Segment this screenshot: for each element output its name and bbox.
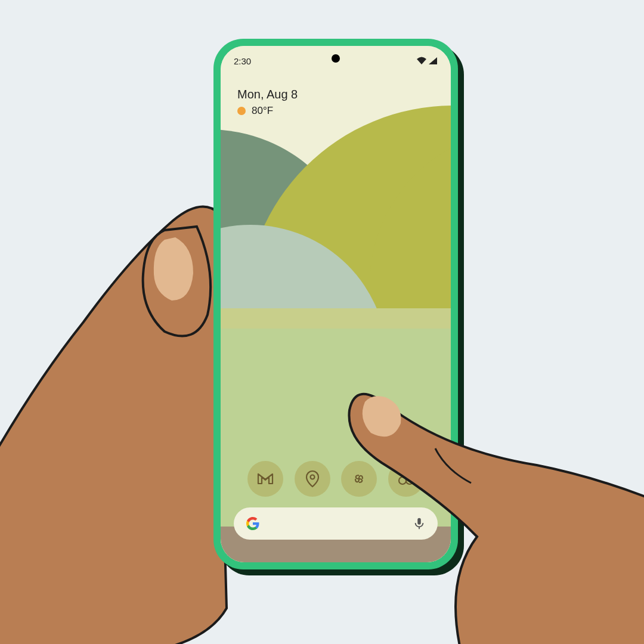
svg-point-0	[310, 475, 314, 479]
hand-right-illustration	[346, 334, 644, 644]
clock: 2:30	[234, 56, 251, 66]
gmail-icon	[256, 469, 275, 488]
sun-icon	[237, 107, 246, 115]
temperature-label: 80°F	[252, 105, 273, 117]
date-label: Mon, Aug 8	[237, 88, 298, 101]
wifi-icon	[416, 57, 427, 65]
google-g-icon	[246, 516, 260, 531]
status-bar: 2:30	[221, 46, 451, 70]
map-pin-icon	[303, 469, 322, 488]
at-a-glance-widget[interactable]: Mon, Aug 8 80°F	[237, 88, 298, 117]
app-maps[interactable]	[295, 461, 330, 497]
app-gmail[interactable]	[247, 461, 283, 497]
signal-icon	[428, 57, 438, 65]
